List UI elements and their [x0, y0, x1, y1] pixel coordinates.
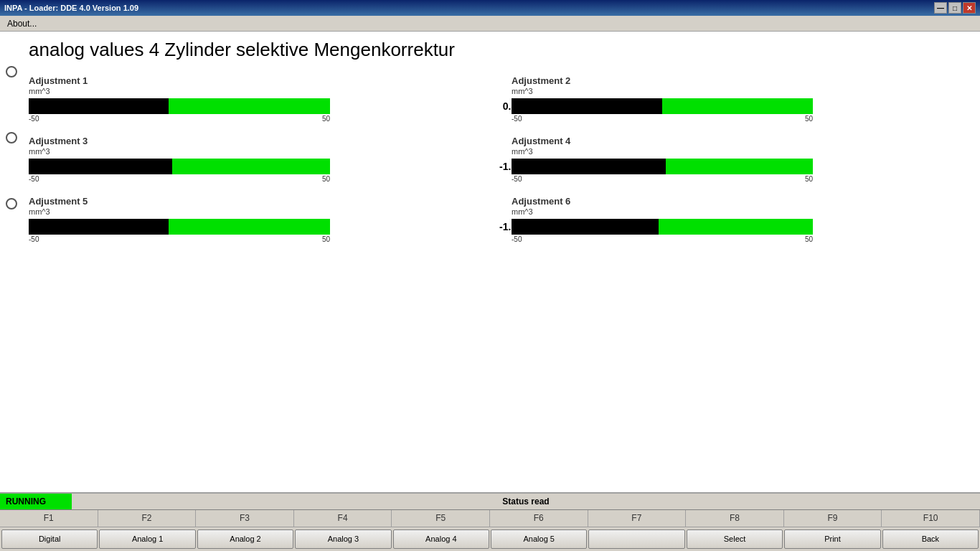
fkey-buttons: Digital Analog 1 Analog 2 Analog 3 Analo…	[0, 527, 980, 551]
fkey-bar: F1 F2 F3 F4 F5 F6 F7 F8 F9 F10 Digital A…	[0, 509, 980, 551]
gauge-1-black	[29, 98, 169, 114]
fkey-btn-analog4[interactable]: Analog 4	[393, 529, 489, 549]
gauge-1-min: -50	[29, 115, 39, 123]
fkey-btn-analog3[interactable]: Analog 3	[295, 529, 391, 549]
gauge-4-min: -50	[512, 175, 522, 183]
gauge-2-scale: -50 50	[512, 115, 813, 123]
gauge-4-bar: -0.46	[512, 159, 966, 174]
gauge-row-3: Adjustment 5 mm^3 -1.90 -50 50 Adjustmen…	[29, 196, 966, 243]
gauge-3-bg	[29, 159, 330, 174]
content-area: analog values 4 Zylinder selektive Menge…	[0, 32, 980, 492]
gauge-4-black	[512, 159, 666, 174]
minimize-button[interactable]: —	[934, 2, 947, 14]
fkey-btn-f7[interactable]	[588, 529, 684, 549]
gauge-3-black	[29, 159, 172, 174]
gauge-adjustment-4: Adjustment 4 mm^3 -0.46 -50 50	[512, 136, 966, 183]
fkey-label-f6: F6	[490, 510, 588, 527]
fkey-label-f9: F9	[784, 510, 882, 527]
title-bar: INPA - Loader: DDE 4.0 Version 1.09 — □ …	[0, 0, 980, 16]
gauge-6-black	[512, 219, 659, 235]
gauge-5-scale: -50 50	[29, 235, 330, 243]
status-bar: RUNNING Status read	[0, 492, 980, 509]
fkey-label-f7: F7	[588, 510, 687, 527]
gauge-4-scale: -50 50	[512, 175, 813, 183]
gauge-2-max: 50	[805, 115, 813, 123]
gauge-adjustment-2: Adjustment 2 mm^3 -1.40 -50 50	[512, 75, 966, 123]
radio-indicator-2	[6, 132, 17, 143]
gauge-adjustment-1: Adjustment 1 mm^3 0.30 -50 50	[29, 75, 483, 123]
close-button[interactable]: ✕	[963, 2, 976, 14]
fkey-btn-analog2[interactable]: Analog 2	[197, 529, 293, 549]
gauge-row-2: Adjustment 3 mm^3 -1.25 -50 50 Adjustmen…	[29, 136, 966, 183]
gauge-5-bg	[29, 219, 330, 235]
gauge-1-bar: 0.30	[29, 98, 483, 114]
gauge-2-label: Adjustment 2	[512, 75, 966, 86]
menu-bar: About...	[0, 16, 980, 32]
fkey-label-f8: F8	[686, 510, 784, 527]
gauge-6-scale: -50 50	[512, 235, 813, 243]
gauge-3-max: 50	[322, 175, 330, 183]
gauge-3-label: Adjustment 3	[29, 136, 483, 146]
running-badge: RUNNING	[0, 494, 72, 509]
gauge-5-unit: mm^3	[29, 207, 483, 216]
fkey-btn-digital[interactable]: Digital	[1, 529, 98, 549]
status-text: Status read	[72, 496, 980, 507]
gauge-2-bar: -1.40	[512, 98, 966, 114]
gauge-2-black	[512, 98, 662, 114]
gauge-4-unit: mm^3	[512, 147, 966, 156]
maximize-button[interactable]: □	[948, 2, 961, 14]
fkey-label-f1: F1	[0, 510, 98, 527]
fkey-btn-print[interactable]: Print	[784, 529, 880, 549]
gauge-3-min: -50	[29, 175, 39, 183]
gauge-3-scale: -50 50	[29, 175, 330, 183]
gauge-3-unit: mm^3	[29, 147, 483, 156]
gauge-5-black	[29, 219, 169, 235]
gauge-2-min: -50	[512, 115, 522, 123]
gauge-adjustment-5: Adjustment 5 mm^3 -1.90 -50 50	[29, 196, 483, 243]
fkey-btn-select[interactable]: Select	[687, 529, 783, 549]
fkey-btn-analog5[interactable]: Analog 5	[491, 529, 587, 549]
title-bar-buttons: — □ ✕	[934, 2, 976, 14]
gauge-adjustment-3: Adjustment 3 mm^3 -1.25 -50 50	[29, 136, 483, 183]
app-title: INPA - Loader: DDE 4.0 Version 1.09	[4, 4, 138, 12]
fkey-label-f2: F2	[98, 510, 197, 527]
gauge-1-max: 50	[322, 115, 330, 123]
gauge-6-min: -50	[512, 235, 522, 243]
gauge-4-max: 50	[805, 175, 813, 183]
gauge-6-bar: 3.00	[512, 219, 966, 235]
gauge-1-label: Adjustment 1	[29, 75, 483, 86]
gauge-6-unit: mm^3	[512, 207, 966, 216]
gauge-1-scale: -50 50	[29, 115, 330, 123]
fkey-labels: F1 F2 F3 F4 F5 F6 F7 F8 F9 F10	[0, 510, 980, 527]
gauge-3-bar: -1.25	[29, 159, 483, 174]
gauge-1-bg	[29, 98, 330, 114]
radio-indicator-3	[6, 198, 17, 209]
fkey-label-f10: F10	[882, 510, 980, 527]
fkey-label-f3: F3	[196, 510, 294, 527]
gauges-container: Adjustment 1 mm^3 0.30 -50 50 Adjustment…	[29, 75, 966, 243]
gauge-5-bar: -1.90	[29, 219, 483, 235]
gauge-5-label: Adjustment 5	[29, 196, 483, 207]
gauge-4-bg	[512, 159, 813, 174]
fkey-btn-analog1[interactable]: Analog 1	[99, 529, 195, 549]
gauge-6-bg	[512, 219, 813, 235]
gauge-6-max: 50	[805, 235, 813, 243]
fkey-btn-back[interactable]: Back	[882, 529, 979, 549]
menu-about[interactable]: About...	[3, 17, 41, 30]
gauge-5-max: 50	[322, 235, 330, 243]
gauge-6-label: Adjustment 6	[512, 196, 966, 207]
fkey-label-f4: F4	[294, 510, 392, 527]
fkey-label-f5: F5	[392, 510, 490, 527]
gauge-2-bg	[512, 98, 813, 114]
radio-indicator-1	[6, 66, 17, 77]
gauge-2-unit: mm^3	[512, 87, 966, 95]
page-title: analog values 4 Zylinder selektive Menge…	[29, 39, 966, 61]
gauge-1-unit: mm^3	[29, 87, 483, 95]
gauge-row-1: Adjustment 1 mm^3 0.30 -50 50 Adjustment…	[29, 75, 966, 123]
gauge-adjustment-6: Adjustment 6 mm^3 3.00 -50 50	[512, 196, 966, 243]
gauge-5-min: -50	[29, 235, 39, 243]
gauge-4-label: Adjustment 4	[512, 136, 966, 146]
